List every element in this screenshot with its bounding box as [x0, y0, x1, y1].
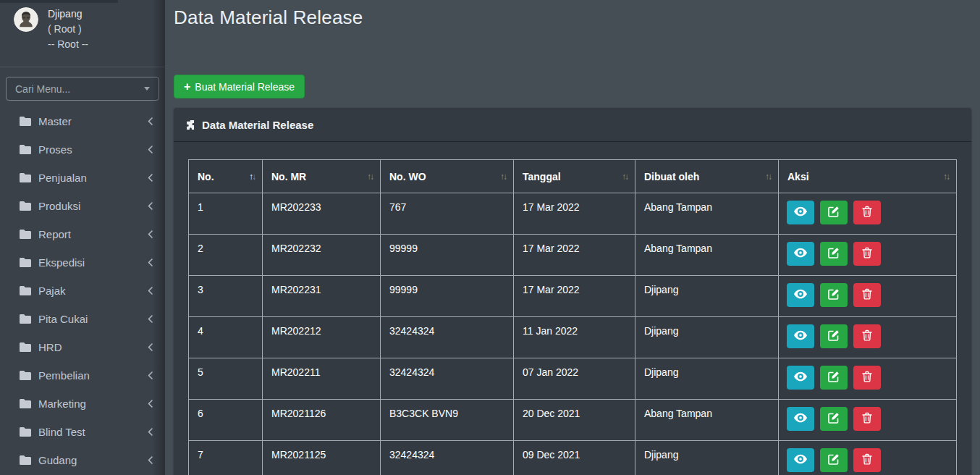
delete-button[interactable]	[853, 242, 881, 266]
view-button[interactable]	[787, 283, 814, 307]
folder-icon	[20, 201, 32, 211]
sidebar-item-report[interactable]: Report	[0, 220, 165, 248]
column-header-no-mr[interactable]: No. MR ↑↓	[263, 160, 381, 193]
view-button[interactable]	[787, 201, 814, 224]
panel-header: Data Material Release	[174, 108, 971, 142]
folder-icon	[20, 399, 32, 408]
edit-button[interactable]	[820, 448, 848, 472]
puzzle-icon	[186, 119, 197, 130]
delete-button[interactable]	[853, 283, 881, 307]
cell-tanggal: 17 Mar 2022	[514, 193, 635, 235]
sidebar-item-label: Ekspedisi	[38, 256, 85, 269]
delete-button[interactable]	[853, 448, 881, 472]
table-row: 6 MR2021126 B3C3CK BVN9 20 Dec 2021 Aban…	[189, 400, 957, 441]
cell-no: 2	[189, 235, 263, 276]
delete-button[interactable]	[853, 201, 881, 224]
sidebar-item-gudang[interactable]: Gudang	[0, 446, 165, 474]
column-header-tanggal[interactable]: Tanggal ↑↓	[514, 160, 635, 193]
sidebar-item-pajak[interactable]: Pajak	[0, 277, 165, 305]
page-title: Data Material Release	[174, 0, 971, 29]
chevron-left-icon	[148, 343, 153, 351]
table-row: 4 MR202212 32424324 11 Jan 2022 Djipang	[189, 317, 957, 358]
delete-button[interactable]	[853, 366, 881, 390]
folder-icon	[20, 173, 32, 182]
edit-button[interactable]	[820, 366, 848, 390]
cell-no: 5	[189, 358, 263, 400]
caret-down-icon	[144, 87, 150, 91]
cell-tanggal: 09 Dec 2021	[514, 441, 635, 475]
sort-arrows-icon: ↑↓	[622, 172, 628, 182]
sidebar-item-hrd[interactable]: HRD	[0, 333, 165, 361]
column-header-no-wo[interactable]: No. WO ↑↓	[381, 160, 514, 193]
panel-body: No. ↑↓ No. MR ↑↓ No. WO	[174, 142, 971, 475]
cell-aksi	[779, 358, 957, 400]
cell-no: 1	[189, 193, 263, 235]
cell-aksi	[779, 441, 957, 475]
cell-no-mr: MR202211	[263, 358, 381, 400]
edit-pencil-icon	[828, 412, 840, 426]
sidebar-item-label: Pajak	[38, 285, 66, 297]
view-button[interactable]	[787, 366, 814, 390]
trash-icon	[862, 288, 872, 302]
edit-button[interactable]	[820, 324, 848, 348]
sidebar-item-ekspedisi[interactable]: Ekspedisi	[0, 248, 165, 277]
sidebar-item-label: Produksi	[38, 200, 80, 212]
chevron-left-icon	[148, 428, 153, 436]
sidebar-item-marketing[interactable]: Marketing	[0, 390, 165, 418]
cell-no-wo: 99999	[381, 276, 514, 317]
column-header-no[interactable]: No. ↑↓	[189, 160, 263, 193]
view-button[interactable]	[787, 324, 814, 348]
user-name: Djipang	[48, 7, 88, 22]
brand-strip	[0, 0, 118, 3]
table-row: 3 MR202231 99999 17 Mar 2022 Djipang	[189, 276, 957, 317]
folder-icon	[20, 455, 32, 465]
chevron-left-icon	[148, 400, 153, 408]
cell-no-wo: 32424324	[381, 358, 514, 400]
edit-button[interactable]	[820, 283, 848, 307]
view-button[interactable]	[787, 407, 814, 431]
panel-title: Data Material Release	[202, 119, 313, 131]
edit-pencil-icon	[828, 453, 840, 467]
cell-no: 4	[189, 317, 263, 358]
sidebar-menu: Master Proses Penjualan	[0, 107, 165, 474]
edit-button[interactable]	[820, 407, 848, 431]
column-header-dibuat-oleh[interactable]: Dibuat oleh ↑↓	[635, 160, 779, 193]
cell-dibuat-oleh: Djipang	[635, 317, 779, 358]
avatar	[14, 7, 38, 32]
sidebar-item-blind-test[interactable]: Blind Test	[0, 418, 165, 446]
user-info: Djipang ( Root ) -- Root --	[48, 7, 88, 52]
sidebar-item-proses[interactable]: Proses	[0, 135, 165, 164]
view-button[interactable]	[787, 242, 814, 266]
sort-arrows-icon: ↑↓	[943, 172, 949, 182]
sidebar-item-label: Pita Cukai	[38, 313, 88, 325]
sidebar-item-pita-cukai[interactable]: Pita Cukai	[0, 305, 165, 333]
sidebar-item-master[interactable]: Master	[0, 107, 165, 135]
folder-icon	[20, 314, 32, 324]
folder-icon	[20, 258, 32, 267]
edit-button[interactable]	[820, 242, 848, 266]
folder-icon	[20, 427, 32, 437]
cell-no-mr: MR202233	[263, 193, 381, 235]
chevron-left-icon	[148, 315, 153, 323]
cell-tanggal: 20 Dec 2021	[514, 400, 635, 441]
column-header-aksi[interactable]: Aksi ↑↓	[779, 160, 957, 193]
cell-no: 6	[189, 400, 263, 441]
sidebar-item-produksi[interactable]: Produksi	[0, 192, 165, 220]
cell-aksi	[779, 193, 957, 235]
user-role: ( Root )	[48, 22, 88, 37]
create-material-release-button[interactable]: + Buat Material Release	[174, 75, 305, 98]
cell-dibuat-oleh: Djipang	[635, 441, 779, 475]
sidebar-item-penjualan[interactable]: Penjualan	[0, 164, 165, 192]
sidebar-item-pembelian[interactable]: Pembelian	[0, 361, 165, 390]
sidebar-item-label: Proses	[38, 143, 72, 156]
cell-no-wo: 32424324	[381, 441, 514, 475]
delete-button[interactable]	[853, 324, 881, 348]
sidebar: Djipang ( Root ) -- Root -- Cari Menu...…	[0, 0, 165, 475]
menu-search-select[interactable]: Cari Menu...	[6, 77, 159, 101]
view-button[interactable]	[787, 448, 814, 472]
table-body: 1 MR202233 767 17 Mar 2022 Abang Tampan	[189, 193, 957, 475]
sidebar-item-label: Penjualan	[38, 172, 87, 184]
edit-button[interactable]	[820, 201, 848, 224]
delete-button[interactable]	[853, 407, 881, 431]
sidebar-item-label: Marketing	[38, 398, 86, 410]
